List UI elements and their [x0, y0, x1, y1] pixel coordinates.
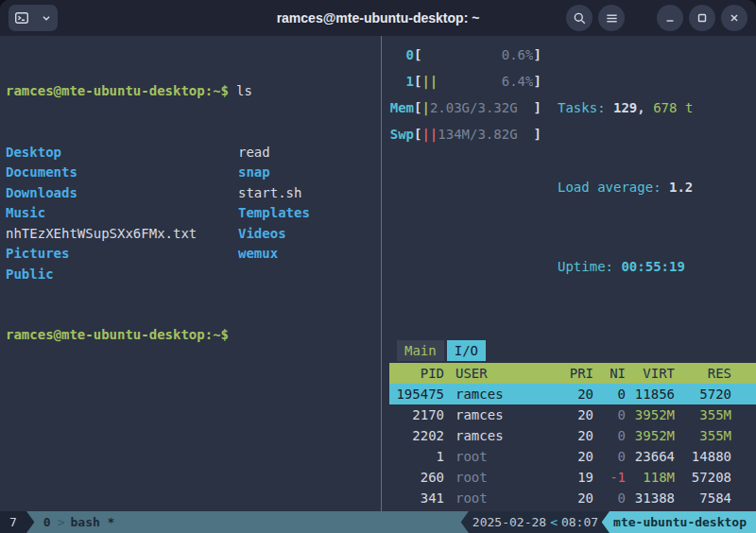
column-header-ni[interactable]: NI	[593, 363, 626, 384]
window-index: 0	[34, 511, 55, 533]
column-header-res[interactable]: RES	[675, 363, 731, 384]
powerline-left-arrow	[461, 511, 469, 533]
cell-pid: 1	[389, 446, 444, 467]
file-name: snap	[238, 164, 270, 180]
meter-bracket: [	[414, 42, 421, 68]
process-row[interactable]: 195475ramces200118565720	[389, 384, 756, 404]
file-name: Downloads	[6, 183, 238, 204]
meter-ticks: ||	[421, 68, 438, 95]
terminal-window: ramces@mte-ubuntu-desktop: ~	[0, 0, 756, 533]
column-header-user[interactable]: USER	[444, 363, 554, 384]
cell-res: 355M	[675, 425, 731, 446]
htop-meter: 1[||6.4%]	[389, 68, 558, 95]
ls-entry-row: MusicTemplates	[6, 203, 381, 224]
file-name: read	[238, 145, 270, 160]
meter-value: 2.03G/3.32G	[430, 95, 518, 121]
tmux-window-bash[interactable]: bash *	[67, 511, 122, 533]
cell-res: 14880	[675, 446, 731, 467]
htop-screen-tabs: MainI/O	[397, 340, 756, 361]
meter-bracket: ]	[533, 68, 541, 95]
cell-user: root	[444, 446, 554, 467]
process-row[interactable]: 2202ramces2003952M355M	[389, 425, 756, 446]
shell-pane[interactable]: ramces@mte-ubuntu-desktop:~$ls Desktopre…	[0, 36, 381, 511]
cell-virt: 11856	[626, 384, 675, 404]
tab-main[interactable]: Main	[397, 340, 444, 361]
meter-bar: 0.6%	[421, 42, 533, 68]
minimize-button[interactable]	[657, 5, 683, 31]
htop-pane[interactable]: 0[0.6%]1[||6.4%]Mem[|2.03G/3.32G]Swp[||1…	[382, 36, 756, 511]
tasks-count: 129,	[613, 100, 653, 115]
chevron-left-icon: <	[546, 511, 561, 533]
htop-header-area: 0[0.6%]1[||6.4%]Mem[|2.03G/3.32G]Swp[||1…	[389, 42, 756, 333]
cell-pid: 2202	[389, 425, 444, 446]
cell-user: ramces	[444, 425, 554, 446]
status-spacer	[122, 511, 460, 533]
column-header-pri[interactable]: PRI	[554, 363, 593, 384]
meter-ticks: |	[421, 95, 429, 121]
file-name: nhTEzXEhtWSupSXx6FMx.txt	[6, 224, 238, 245]
process-row[interactable]: 260root19-1118M57208	[389, 467, 756, 488]
meter-bar: ||134M/3.82G	[421, 121, 533, 147]
load-average-line: Load average: 1.2	[558, 174, 756, 200]
powerline-left-arrow	[602, 511, 610, 533]
file-name: Public	[6, 265, 238, 285]
cell-virt: 3952M	[626, 425, 675, 446]
cell-ni: -1	[593, 467, 626, 488]
tasks-line: Tasks: 129, 678 t	[558, 95, 756, 121]
status-date: 2025-02-28	[472, 511, 546, 533]
terminal-menu-dropdown-button[interactable]	[35, 5, 58, 31]
file-name: start.sh	[238, 185, 301, 200]
process-row[interactable]: 341root200313887584	[389, 488, 756, 508]
titlebar-left-controls	[9, 5, 58, 31]
maximize-icon	[696, 11, 709, 25]
status-badge: 7	[0, 511, 26, 533]
tasks-threads: 678 t	[653, 100, 693, 115]
hamburger-menu-button[interactable]	[598, 5, 625, 31]
close-button[interactable]	[721, 5, 747, 31]
file-name: Videos	[238, 226, 286, 241]
maximize-button[interactable]	[689, 5, 715, 31]
cell-user: ramces	[444, 404, 554, 425]
new-terminal-button[interactable]	[9, 5, 35, 31]
titlebar: ramces@mte-ubuntu-desktop: ~	[0, 0, 756, 36]
meter-bracket: ]	[533, 95, 541, 121]
meter-value: 0.6%	[502, 42, 534, 68]
search-button[interactable]	[566, 5, 593, 31]
search-icon	[573, 11, 587, 26]
meter-label: 0	[389, 42, 414, 68]
cell-ni: 0	[593, 404, 626, 425]
cell-pid: 341	[389, 488, 444, 508]
process-row[interactable]: 2170ramces2003952M355M	[389, 404, 756, 425]
cell-virt: 3952M	[626, 404, 675, 425]
ls-entry-row: nhTEzXEhtWSupSXx6FMx.txtVideos	[6, 224, 381, 245]
ls-entry-row: Documentssnap	[6, 163, 381, 183]
new-tab-split-button	[9, 5, 58, 31]
meter-bracket: [	[414, 121, 421, 147]
ls-entry-row: Pictureswemux	[6, 244, 381, 265]
meter-label: Mem	[389, 95, 414, 121]
file-name: Music	[6, 203, 238, 224]
ls-entry-row: Public	[6, 265, 381, 285]
chevron-down-icon	[40, 11, 53, 25]
ls-entry-row: Desktopread	[6, 143, 381, 163]
cell-user: ramces	[444, 384, 554, 404]
meter-value: 6.4%	[502, 68, 534, 95]
cell-res: 7584	[675, 488, 731, 508]
uptime-value: 00:55:19	[621, 259, 684, 274]
process-row[interactable]: 1root2002366414880	[389, 446, 756, 467]
cell-user: root	[444, 488, 554, 508]
load-value: 1.2	[669, 180, 693, 195]
cell-pri: 19	[554, 467, 593, 488]
cell-ni: 0	[593, 488, 626, 508]
titlebar-right-controls	[566, 5, 747, 31]
cell-ni: 0	[593, 425, 626, 446]
cell-pid: 195475	[389, 384, 444, 404]
column-header-pid[interactable]: PID	[389, 363, 444, 384]
close-icon	[728, 11, 741, 25]
cell-user: root	[444, 467, 554, 488]
cell-ni: 0	[593, 384, 626, 404]
status-datetime: 2025-02-28<08:07	[469, 511, 602, 533]
cell-virt: 23664	[626, 446, 675, 467]
tab-i-o[interactable]: I/O	[447, 340, 486, 361]
column-header-virt[interactable]: VIRT	[626, 363, 675, 384]
